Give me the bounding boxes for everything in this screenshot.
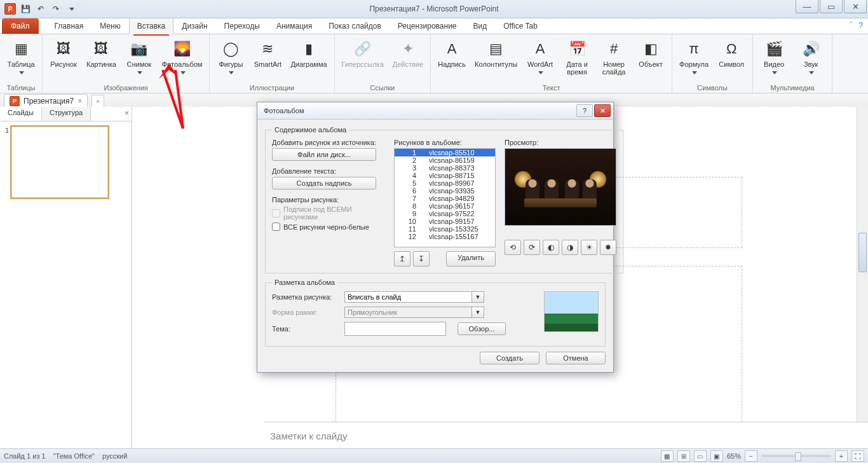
create-button[interactable]: Создать (480, 352, 539, 364)
ribbon-tab-главная[interactable]: Главная (46, 18, 92, 34)
ribbon-tab-анимация[interactable]: Анимация (268, 18, 320, 34)
close-window-button[interactable]: ✕ (844, 0, 867, 13)
outline-tab[interactable]: Структура (42, 107, 91, 121)
new-document-icon[interactable]: ▫ (92, 95, 104, 107)
new-textbox-button[interactable]: Создать надпись (272, 177, 376, 190)
picture-layout-combo[interactable]: ▼ (344, 291, 484, 303)
browse-button[interactable]: Обзор... (458, 322, 506, 335)
qat-redo-icon[interactable]: ↷ (50, 3, 62, 15)
slideshow-view-button[interactable]: ▣ (710, 450, 723, 462)
picture-list-item[interactable]: 3vlcsnap-88373 (395, 164, 495, 172)
move-down-button[interactable]: ↧ (413, 251, 430, 266)
add-text-label: Добавление текста: (272, 167, 385, 175)
file-tab[interactable]: Файл (2, 18, 39, 34)
scroll-thumb[interactable] (858, 233, 867, 272)
ribbon-фигуры[interactable]: ◯Фигуры (214, 37, 248, 79)
картинка-icon: 🖼 (91, 39, 111, 59)
ribbon-объект[interactable]: ◧Объект (634, 37, 668, 70)
ribbon-tab-меню[interactable]: Меню (92, 18, 128, 34)
panel-close-icon[interactable]: × (125, 109, 129, 118)
document-tab-close-icon[interactable]: × (78, 97, 82, 106)
ribbon-колонтитулы[interactable]: ▤Колонтитулы (471, 37, 520, 70)
picture-list-item[interactable]: 9vlcsnap-97522 (395, 210, 495, 218)
ribbon-tab-вставка[interactable]: Вставка (129, 18, 174, 34)
ribbon-символ[interactable]: ΩСимвол (714, 37, 749, 70)
ribbon-item-label: Формула (679, 60, 709, 68)
ribbon-tab-office tab[interactable]: Office Tab (495, 18, 546, 34)
ribbon-надпись[interactable]: AНадпись (435, 37, 469, 70)
brightness-up-button[interactable]: ☀ (581, 240, 597, 255)
sorter-view-button[interactable]: ⊞ (677, 450, 690, 462)
zoom-label: 65% (727, 452, 741, 460)
rotate-right-button[interactable]: ⟳ (524, 240, 540, 255)
qat-save-icon[interactable]: 💾 (19, 3, 32, 15)
ribbon-дата-и-время[interactable]: 📅Дата и время (560, 37, 594, 78)
zoom-out-button[interactable]: − (745, 450, 757, 462)
номер
слайда-icon: # (604, 39, 624, 59)
picture-list-item[interactable]: 10vlcsnap-99157 (395, 218, 495, 225)
ribbon-номер-слайда[interactable]: #Номер слайда (597, 37, 631, 78)
ribbon-снимок[interactable]: 📷Снимок (122, 37, 156, 79)
ribbon-smartart[interactable]: ≋SmartArt (250, 37, 285, 70)
ribbon-tab-переходы[interactable]: Переходы (216, 18, 268, 34)
zoom-in-button[interactable]: + (835, 450, 848, 462)
действие-icon: ✦ (398, 39, 418, 59)
fit-button[interactable]: ⛶ (851, 450, 864, 462)
фотоальбом-icon: 🌄 (172, 39, 193, 59)
help-icon[interactable]: ? (858, 21, 863, 30)
add-from-source-label: Добавить рисунок из источника: (272, 139, 385, 146)
zoom-handle[interactable] (795, 452, 801, 461)
picture-list-item[interactable]: 2vlcsnap-86159 (395, 156, 495, 164)
picture-list-item[interactable]: 8vlcsnap-96157 (395, 202, 495, 210)
contrast-down-button[interactable]: ◑ (562, 240, 578, 255)
picture-list-item[interactable]: 7vlcsnap-94829 (395, 195, 495, 202)
contrast-up-button[interactable]: ◐ (543, 240, 559, 255)
ribbon-таблица[interactable]: ▦Таблица (4, 37, 38, 79)
document-tab[interactable]: P Презентация7 × (4, 94, 88, 108)
dialog-close-button[interactable]: ✕ (594, 104, 611, 117)
notes-pane[interactable]: Заметки к слайду (264, 422, 868, 449)
ribbon-tab-рецензирование[interactable]: Рецензирование (390, 18, 465, 34)
ribbon-tab-показ слайдов[interactable]: Показ слайдов (320, 18, 390, 34)
picture-list-item[interactable]: 1vlcsnap-85510 (395, 149, 495, 156)
move-up-button[interactable]: ↥ (394, 251, 410, 266)
ribbon-tab-вид[interactable]: Вид (465, 18, 496, 34)
all-bw-checkbox[interactable]: ВСЕ рисунки черно-белые (272, 223, 385, 231)
chevron-down-icon[interactable]: ▼ (472, 291, 484, 303)
picture-list-item[interactable]: 4vlcsnap-88715 (395, 172, 495, 179)
rotate-left-button[interactable]: ⟲ (505, 240, 521, 255)
file-or-disk-button[interactable]: Файл или диск... (272, 148, 376, 161)
ribbon-картинка[interactable]: 🖼Картинка (83, 37, 119, 70)
picture-list-item[interactable]: 12vlcsnap-155167 (395, 233, 495, 240)
reading-view-button[interactable]: ▭ (694, 450, 707, 462)
slide-thumbnail[interactable] (11, 127, 108, 198)
pictures-listbox[interactable]: 1vlcsnap-855102vlcsnap-861593vlcsnap-883… (394, 148, 496, 247)
minimize-button[interactable]: — (796, 0, 818, 13)
qat-undo-icon[interactable]: ↶ (34, 3, 47, 15)
ribbon-item-label: Объект (639, 60, 662, 68)
ribbon-формула[interactable]: πФормула (676, 37, 712, 79)
picture-list-item[interactable]: 5vlcsnap-89967 (395, 179, 495, 187)
qat-customize-icon[interactable] (65, 3, 78, 15)
ribbon-рисунок[interactable]: 🖼Рисунок (46, 37, 81, 70)
ribbon-wordart[interactable]: AWordArt (523, 37, 557, 79)
slides-tab[interactable]: Слайды (0, 107, 42, 121)
ribbon-фотоальбом[interactable]: 🌄Фотоальбом (159, 37, 206, 79)
zoom-slider[interactable] (761, 455, 831, 457)
picture-list-item[interactable]: 6vlcsnap-93935 (395, 187, 495, 195)
dialog-help-button[interactable]: ? (576, 104, 593, 117)
picture-list-item[interactable]: 11vlcsnap-153325 (395, 225, 495, 233)
remove-button[interactable]: Удалить (446, 251, 496, 266)
ribbon-звук[interactable]: 🔊Звук (794, 37, 828, 79)
cancel-button[interactable]: Отмена (546, 352, 606, 364)
theme-input[interactable] (344, 322, 446, 336)
brightness-down-button[interactable]: ✹ (600, 240, 616, 255)
ribbon-видео[interactable]: 🎬Видео (757, 37, 791, 79)
ribbon-minimize-icon[interactable]: ˇ (850, 21, 852, 30)
ribbon-диаграмма[interactable]: ▮Диаграмма (287, 37, 330, 70)
ribbon-tab-дизайн[interactable]: Дизайн (173, 18, 215, 34)
vertical-scrollbar[interactable] (857, 107, 868, 422)
status-language[interactable]: русский (102, 452, 127, 460)
maximize-button[interactable]: ▭ (820, 0, 843, 13)
normal-view-button[interactable]: ▦ (661, 450, 674, 462)
